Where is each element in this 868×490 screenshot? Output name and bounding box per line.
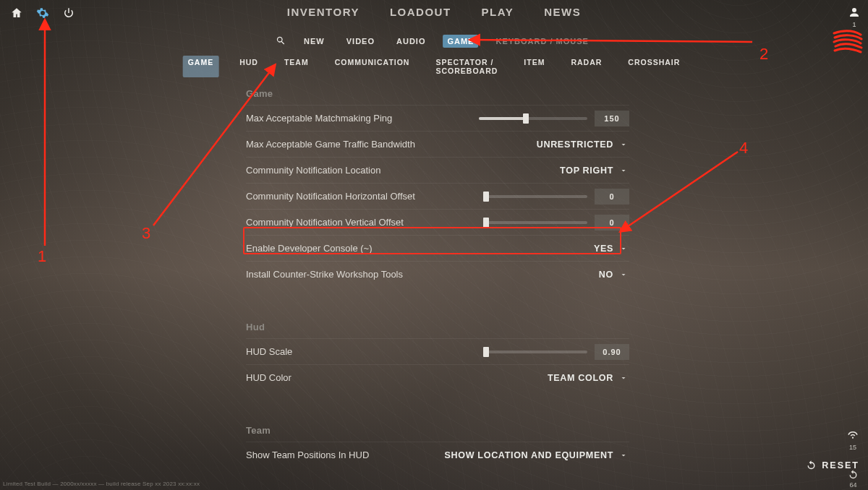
row-devconsole: Enable Developer Console (~) YES — [246, 235, 629, 261]
cat-hud[interactable]: HUD — [234, 56, 263, 77]
settings-sub-nav: NEW VIDEO AUDIO GAME KEYBOARD / MOUSE — [275, 35, 593, 48]
nav-news[interactable]: NEWS — [544, 6, 581, 18]
value-hud-scale[interactable]: 0.90 — [595, 344, 629, 360]
value-team-positions: SHOW LOCATION AND EQUIPMENT — [445, 450, 613, 460]
section-title-team: Team — [246, 425, 629, 436]
section-title-game: Game — [246, 88, 629, 99]
label-devconsole: Enable Developer Console (~) — [246, 243, 594, 254]
chevron-down-icon — [619, 140, 628, 149]
dropdown-team-positions[interactable]: SHOW LOCATION AND EQUIPMENT — [445, 450, 629, 460]
cat-item[interactable]: ITEM — [519, 56, 550, 77]
build-string: Limited Test Build — 2000xx/xxxxx — buil… — [3, 481, 200, 487]
annotation-label-3: 3 — [142, 224, 150, 243]
slider-ping[interactable] — [479, 117, 587, 120]
chevron-down-icon — [619, 374, 628, 382]
nav-loadout[interactable]: LOADOUT — [390, 6, 451, 18]
value-notif-location: TOP RIGHT — [560, 166, 613, 176]
label-workshop: Install Counter-Strike Workshop Tools — [246, 269, 599, 280]
row-bandwidth: Max Acceptable Game Traffic Bandwidth UN… — [246, 131, 629, 157]
profile-count: 1 — [852, 21, 856, 28]
value-devconsole: YES — [594, 244, 613, 254]
home-icon[interactable] — [10, 7, 23, 22]
row-notif-location: Community Notification Location TOP RIGH… — [246, 157, 629, 183]
slider-notif-v[interactable] — [486, 221, 587, 224]
cat-game[interactable]: GAME — [183, 56, 219, 77]
label-team-positions: Show Team Positions In HUD — [246, 450, 445, 460]
chevron-down-icon — [619, 270, 628, 279]
subnav-new[interactable]: NEW — [299, 35, 329, 48]
label-bandwidth: Max Acceptable Game Traffic Bandwidth — [246, 139, 537, 150]
subnav-keyboard-mouse[interactable]: KEYBOARD / MOUSE — [491, 35, 592, 48]
row-notif-h-offset: Community Notification Horizontal Offset… — [246, 183, 629, 209]
slider-hud-scale[interactable] — [486, 351, 587, 353]
settings-panel: Game Max Acceptable Matchmaking Ping 150… — [246, 78, 629, 477]
row-team-positions: Show Team Positions In HUD SHOW LOCATION… — [246, 442, 629, 468]
latency-value: 64 — [849, 481, 856, 489]
cat-spectator[interactable]: SPECTATOR / SCOREBOARD — [430, 56, 503, 77]
nav-play[interactable]: PLAY — [482, 6, 514, 18]
network-ping-icon[interactable]: 15 — [846, 429, 859, 451]
label-hud-scale: HUD Scale — [246, 346, 486, 357]
row-notif-v-offset: Community Notification Vertical Offset 0 — [246, 209, 629, 235]
annotation-label-4: 4 — [739, 139, 748, 158]
category-nav: GAME HUD TEAM COMMUNICATION SPECTATOR / … — [183, 56, 686, 77]
gear-icon[interactable] — [36, 7, 49, 22]
slider-notif-h[interactable] — [486, 195, 587, 198]
search-icon[interactable] — [275, 35, 286, 48]
dropdown-workshop[interactable]: NO — [599, 270, 629, 280]
section-title-hud: Hud — [246, 322, 629, 332]
row-hud-scale: HUD Scale 0.90 — [246, 338, 629, 364]
cat-radar[interactable]: RADAR — [566, 56, 607, 77]
latency-icon[interactable]: 64 — [847, 468, 859, 489]
chevron-down-icon — [619, 244, 628, 253]
row-ping: Max Acceptable Matchmaking Ping 150 — [246, 105, 629, 131]
value-notif-h[interactable]: 0 — [595, 189, 629, 205]
label-hud-color: HUD Color — [246, 372, 548, 383]
annotation-label-1: 1 — [38, 247, 46, 266]
row-hud-color: HUD Color TEAM COLOR — [246, 364, 629, 390]
dropdown-hud-color[interactable]: TEAM COLOR — [548, 373, 629, 383]
cat-communication[interactable]: COMMUNICATION — [330, 56, 415, 77]
dropdown-bandwidth[interactable]: UNRESTRICTED — [537, 139, 629, 150]
value-bandwidth: UNRESTRICTED — [537, 139, 613, 150]
profile-icon[interactable]: 1 — [848, 6, 861, 28]
annotation-label-2: 2 — [760, 45, 768, 64]
cat-team[interactable]: TEAM — [279, 56, 314, 77]
network-ping-value: 15 — [849, 444, 856, 451]
row-workshop: Install Counter-Strike Workshop Tools NO — [246, 261, 629, 287]
subnav-game[interactable]: GAME — [443, 35, 478, 48]
chevron-down-icon — [619, 166, 628, 175]
nav-inventory[interactable]: INVENTORY — [287, 6, 359, 18]
value-ping[interactable]: 150 — [595, 111, 629, 126]
dropdown-devconsole[interactable]: YES — [594, 244, 629, 254]
value-hud-color: TEAM COLOR — [548, 373, 613, 383]
chevron-down-icon — [619, 451, 628, 460]
power-icon[interactable] — [62, 7, 75, 22]
subnav-video[interactable]: VIDEO — [342, 35, 379, 48]
label-notif-h-offset: Community Notification Horizontal Offset — [246, 191, 486, 202]
dropdown-notif-location[interactable]: TOP RIGHT — [560, 166, 629, 176]
cat-crosshair[interactable]: CROSSHAIR — [623, 56, 685, 77]
label-notif-location: Community Notification Location — [246, 165, 560, 176]
main-nav: INVENTORY LOADOUT PLAY NEWS — [287, 6, 582, 18]
label-notif-v-offset: Community Notification Vertical Offset — [246, 217, 486, 228]
annotation-scribble — [832, 27, 864, 56]
label-ping: Max Acceptable Matchmaking Ping — [246, 113, 479, 124]
svg-line-3 — [621, 152, 738, 231]
value-workshop: NO — [599, 270, 613, 280]
subnav-audio[interactable]: AUDIO — [392, 35, 430, 48]
value-notif-v[interactable]: 0 — [595, 215, 629, 231]
